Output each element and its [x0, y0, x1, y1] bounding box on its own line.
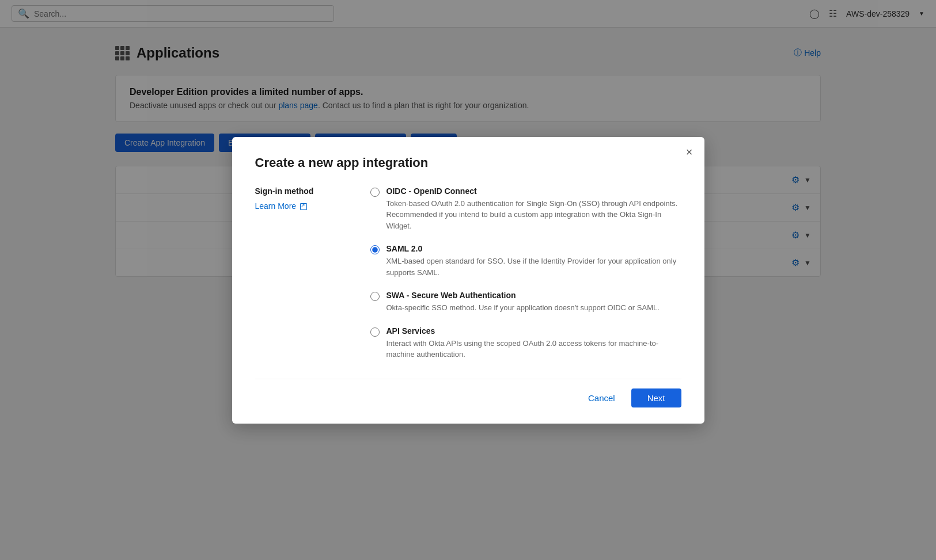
- option-api-name: API Services: [386, 326, 681, 336]
- cancel-button[interactable]: Cancel: [579, 388, 624, 407]
- option-api-desc: Interact with Okta APIs using the scoped…: [386, 338, 681, 360]
- modal-overlay: × Create a new app integration Sign-in m…: [0, 0, 936, 560]
- option-api: API Services Interact with Okta APIs usi…: [370, 326, 681, 360]
- option-oidc-name: OIDC - OpenID Connect: [386, 186, 681, 196]
- modal-footer: Cancel Next: [255, 379, 681, 407]
- option-swa-name: SWA - Secure Web Authentication: [386, 291, 660, 300]
- option-saml-desc: XML-based open standard for SSO. Use if …: [386, 256, 681, 278]
- radio-saml[interactable]: [370, 245, 380, 254]
- radio-api[interactable]: [370, 327, 380, 337]
- option-saml-name: SAML 2.0: [386, 244, 681, 253]
- signin-method-label: Sign-in method: [255, 186, 347, 196]
- radio-swa[interactable]: [370, 292, 380, 301]
- option-swa: SWA - Secure Web Authentication Okta-spe…: [370, 291, 681, 314]
- next-button[interactable]: Next: [631, 388, 681, 407]
- option-oidc-desc: Token-based OAuth 2.0 authentication for…: [386, 198, 681, 232]
- modal-left-panel: Sign-in method Learn More: [255, 186, 347, 360]
- external-link-icon: [300, 203, 307, 210]
- learn-more-link[interactable]: Learn More: [255, 201, 347, 211]
- options-list: OIDC - OpenID Connect Token-based OAuth …: [370, 186, 681, 360]
- create-app-modal: × Create a new app integration Sign-in m…: [232, 137, 704, 424]
- option-saml: SAML 2.0 XML-based open standard for SSO…: [370, 244, 681, 278]
- option-swa-desc: Okta-specific SSO method. Use if your ap…: [386, 302, 660, 314]
- modal-title: Create a new app integration: [255, 155, 681, 170]
- modal-body: Sign-in method Learn More OIDC - OpenID …: [255, 186, 681, 360]
- option-oidc: OIDC - OpenID Connect Token-based OAuth …: [370, 186, 681, 232]
- radio-oidc[interactable]: [370, 188, 380, 197]
- close-button[interactable]: ×: [686, 146, 693, 158]
